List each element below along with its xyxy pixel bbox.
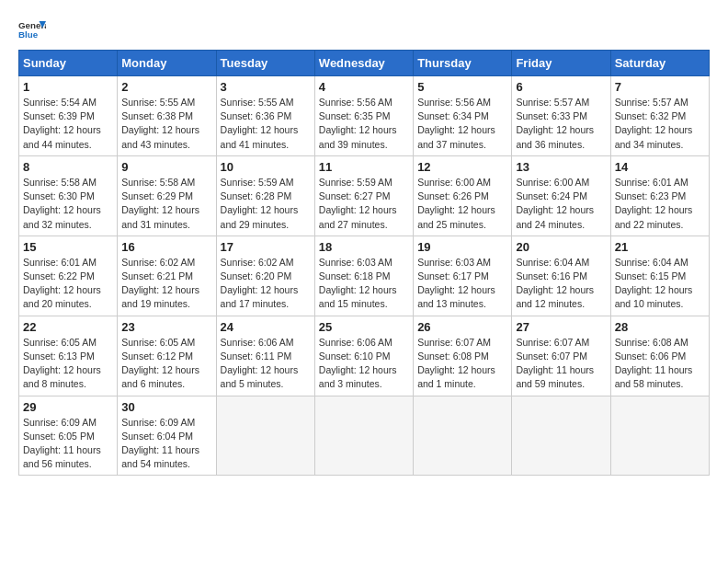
day-detail: Sunrise: 6:00 AMSunset: 6:26 PMDaylight:… [417, 176, 507, 232]
day-number: 20 [516, 240, 606, 254]
day-detail: Sunrise: 5:54 AMSunset: 6:39 PMDaylight:… [23, 96, 113, 152]
calendar-cell [314, 396, 413, 476]
day-detail: Sunrise: 6:08 AMSunset: 6:06 PMDaylight:… [615, 336, 705, 392]
calendar-week-2: 15Sunrise: 6:01 AMSunset: 6:22 PMDayligh… [19, 236, 710, 316]
day-number: 8 [23, 160, 113, 174]
header-day-saturday: Saturday [610, 51, 709, 76]
day-detail: Sunrise: 5:55 AMSunset: 6:36 PMDaylight:… [221, 96, 311, 152]
header-day-friday: Friday [512, 51, 610, 76]
day-number: 21 [615, 240, 705, 254]
day-number: 13 [516, 160, 606, 174]
calendar-cell: 19Sunrise: 6:03 AMSunset: 6:17 PMDayligh… [414, 236, 512, 316]
logo: General Blue [18, 18, 46, 40]
header-day-wednesday: Wednesday [314, 51, 413, 76]
calendar-cell: 6Sunrise: 5:57 AMSunset: 6:33 PMDaylight… [512, 76, 610, 156]
calendar-week-4: 29Sunrise: 6:09 AMSunset: 6:05 PMDayligh… [19, 396, 710, 476]
svg-text:Blue: Blue [18, 29, 39, 40]
calendar-cell: 29Sunrise: 6:09 AMSunset: 6:05 PMDayligh… [19, 396, 118, 476]
day-number: 1 [23, 80, 113, 94]
day-number: 18 [319, 240, 409, 254]
calendar-week-0: 1Sunrise: 5:54 AMSunset: 6:39 PMDaylight… [19, 76, 710, 156]
calendar-cell: 23Sunrise: 6:05 AMSunset: 6:12 PMDayligh… [118, 316, 216, 396]
day-detail: Sunrise: 5:58 AMSunset: 6:29 PMDaylight:… [121, 176, 211, 232]
calendar-cell: 26Sunrise: 6:07 AMSunset: 6:08 PMDayligh… [414, 316, 512, 396]
calendar-cell [414, 396, 512, 476]
day-number: 17 [221, 240, 311, 254]
day-detail: Sunrise: 5:57 AMSunset: 6:33 PMDaylight:… [516, 96, 606, 152]
day-detail: Sunrise: 6:07 AMSunset: 6:07 PMDaylight:… [516, 336, 606, 392]
calendar-cell: 8Sunrise: 5:58 AMSunset: 6:30 PMDaylight… [19, 155, 118, 236]
day-detail: Sunrise: 6:04 AMSunset: 6:16 PMDaylight:… [516, 256, 606, 312]
calendar-cell: 30Sunrise: 6:09 AMSunset: 6:04 PMDayligh… [118, 396, 216, 476]
header-row: SundayMondayTuesdayWednesdayThursdayFrid… [19, 51, 710, 76]
calendar-cell: 22Sunrise: 6:05 AMSunset: 6:13 PMDayligh… [19, 316, 118, 396]
day-detail: Sunrise: 6:00 AMSunset: 6:24 PMDaylight:… [516, 176, 606, 232]
day-number: 4 [319, 80, 409, 94]
calendar-body: 1Sunrise: 5:54 AMSunset: 6:39 PMDaylight… [19, 76, 710, 476]
header-day-monday: Monday [118, 51, 216, 76]
day-detail: Sunrise: 6:09 AMSunset: 6:05 PMDaylight:… [23, 416, 113, 472]
day-number: 15 [23, 240, 113, 254]
calendar-cell: 21Sunrise: 6:04 AMSunset: 6:15 PMDayligh… [610, 236, 709, 316]
calendar-cell: 16Sunrise: 6:02 AMSunset: 6:21 PMDayligh… [118, 236, 216, 316]
calendar-cell: 1Sunrise: 5:54 AMSunset: 6:39 PMDaylight… [19, 76, 118, 156]
day-number: 22 [23, 320, 113, 334]
calendar-week-3: 22Sunrise: 6:05 AMSunset: 6:13 PMDayligh… [19, 316, 710, 396]
day-number: 28 [615, 320, 705, 334]
calendar-cell: 11Sunrise: 5:59 AMSunset: 6:27 PMDayligh… [314, 155, 413, 236]
calendar-cell: 15Sunrise: 6:01 AMSunset: 6:22 PMDayligh… [19, 236, 118, 316]
day-number: 10 [221, 160, 311, 174]
day-detail: Sunrise: 6:04 AMSunset: 6:15 PMDaylight:… [615, 256, 705, 312]
day-number: 29 [23, 400, 113, 414]
calendar-cell: 2Sunrise: 5:55 AMSunset: 6:38 PMDaylight… [118, 76, 216, 156]
calendar-cell: 9Sunrise: 5:58 AMSunset: 6:29 PMDaylight… [118, 155, 216, 236]
day-number: 27 [516, 320, 606, 334]
day-detail: Sunrise: 5:59 AMSunset: 6:28 PMDaylight:… [221, 176, 311, 232]
day-number: 2 [121, 80, 211, 94]
day-number: 24 [221, 320, 311, 334]
calendar-cell: 3Sunrise: 5:55 AMSunset: 6:36 PMDaylight… [216, 76, 314, 156]
calendar-cell [610, 396, 709, 476]
calendar-cell: 4Sunrise: 5:56 AMSunset: 6:35 PMDaylight… [314, 76, 413, 156]
day-number: 12 [417, 160, 507, 174]
calendar-cell: 18Sunrise: 6:03 AMSunset: 6:18 PMDayligh… [314, 236, 413, 316]
day-number: 9 [121, 160, 211, 174]
calendar-cell: 13Sunrise: 6:00 AMSunset: 6:24 PMDayligh… [512, 155, 610, 236]
calendar-week-1: 8Sunrise: 5:58 AMSunset: 6:30 PMDaylight… [19, 155, 710, 236]
calendar-cell: 25Sunrise: 6:06 AMSunset: 6:10 PMDayligh… [314, 316, 413, 396]
day-detail: Sunrise: 5:56 AMSunset: 6:35 PMDaylight:… [319, 96, 409, 152]
day-number: 30 [121, 400, 211, 414]
day-detail: Sunrise: 6:07 AMSunset: 6:08 PMDaylight:… [417, 336, 507, 392]
calendar-cell: 17Sunrise: 6:02 AMSunset: 6:20 PMDayligh… [216, 236, 314, 316]
day-detail: Sunrise: 5:56 AMSunset: 6:34 PMDaylight:… [417, 96, 507, 152]
day-detail: Sunrise: 6:03 AMSunset: 6:17 PMDaylight:… [417, 256, 507, 312]
calendar-cell: 12Sunrise: 6:00 AMSunset: 6:26 PMDayligh… [414, 155, 512, 236]
day-detail: Sunrise: 6:01 AMSunset: 6:22 PMDaylight:… [23, 256, 113, 312]
header-day-thursday: Thursday [414, 51, 512, 76]
day-number: 3 [221, 80, 311, 94]
calendar-cell [216, 396, 314, 476]
day-detail: Sunrise: 6:03 AMSunset: 6:18 PMDaylight:… [319, 256, 409, 312]
logo-icon: General Blue [18, 18, 46, 40]
day-number: 14 [615, 160, 705, 174]
day-detail: Sunrise: 5:59 AMSunset: 6:27 PMDaylight:… [319, 176, 409, 232]
day-number: 7 [615, 80, 705, 94]
day-detail: Sunrise: 5:55 AMSunset: 6:38 PMDaylight:… [121, 96, 211, 152]
day-number: 11 [319, 160, 409, 174]
calendar-cell: 7Sunrise: 5:57 AMSunset: 6:32 PMDaylight… [610, 76, 709, 156]
header: General Blue [18, 18, 710, 40]
calendar-cell: 10Sunrise: 5:59 AMSunset: 6:28 PMDayligh… [216, 155, 314, 236]
calendar-cell: 24Sunrise: 6:06 AMSunset: 6:11 PMDayligh… [216, 316, 314, 396]
day-detail: Sunrise: 6:02 AMSunset: 6:21 PMDaylight:… [121, 256, 211, 312]
calendar-cell: 28Sunrise: 6:08 AMSunset: 6:06 PMDayligh… [610, 316, 709, 396]
calendar-table: SundayMondayTuesdayWednesdayThursdayFrid… [18, 50, 710, 476]
day-number: 19 [417, 240, 507, 254]
day-detail: Sunrise: 5:58 AMSunset: 6:30 PMDaylight:… [23, 176, 113, 232]
day-detail: Sunrise: 6:09 AMSunset: 6:04 PMDaylight:… [121, 416, 211, 472]
day-number: 26 [417, 320, 507, 334]
day-detail: Sunrise: 6:02 AMSunset: 6:20 PMDaylight:… [221, 256, 311, 312]
calendar-cell: 5Sunrise: 5:56 AMSunset: 6:34 PMDaylight… [414, 76, 512, 156]
day-detail: Sunrise: 6:06 AMSunset: 6:11 PMDaylight:… [221, 336, 311, 392]
day-detail: Sunrise: 6:06 AMSunset: 6:10 PMDaylight:… [319, 336, 409, 392]
header-day-tuesday: Tuesday [216, 51, 314, 76]
